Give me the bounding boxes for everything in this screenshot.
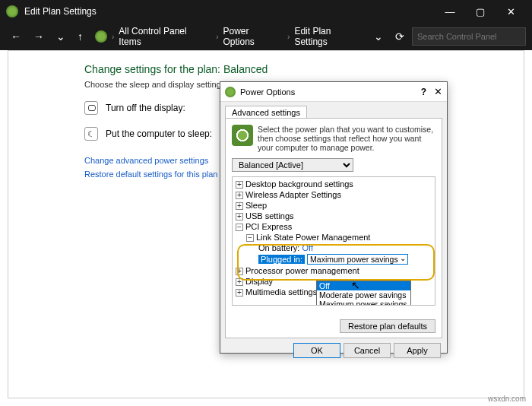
breadcrumb[interactable]: › All Control Panel Items › Power Option… — [95, 26, 366, 47]
expand-icon[interactable]: + — [236, 289, 243, 297]
crumb-all-control-panel[interactable]: All Control Panel Items — [119, 26, 211, 47]
location-icon — [95, 30, 107, 43]
expand-icon[interactable]: + — [236, 202, 243, 210]
cancel-button[interactable]: Cancel — [344, 343, 391, 358]
tab-strip: Advanced settings — [220, 102, 447, 118]
expand-icon[interactable]: + — [236, 192, 243, 199]
dialog-titlebar: Power Options ? ✕ — [220, 82, 447, 102]
sleep-icon: ☾ — [84, 127, 98, 141]
chevron-icon: › — [287, 33, 290, 41]
tab-body: Select the power plan that you want to c… — [225, 118, 442, 338]
tree-wireless[interactable]: +Wireless Adapter Settings — [234, 189, 433, 200]
source-watermark: wsxdn.com — [488, 395, 526, 403]
recent-button[interactable]: ⌄ — [52, 27, 70, 46]
plan-select[interactable]: Balanced [Active] — [232, 158, 353, 172]
plugged-in-label: Plugged in: — [258, 255, 305, 264]
chevron-icon: › — [112, 33, 114, 41]
expand-icon[interactable]: + — [236, 268, 243, 275]
tree-plugged-in[interactable]: Plugged in: Maximum power savings — [234, 253, 433, 265]
restore-defaults-button[interactable]: Restore plan defaults — [340, 319, 435, 333]
option-off[interactable]: Off — [317, 281, 410, 290]
app-icon — [6, 5, 18, 17]
crumb-edit-plan[interactable]: Edit Plan Settings — [294, 26, 366, 47]
expand-icon[interactable]: + — [236, 181, 243, 189]
battery-icon — [232, 125, 253, 146]
setting-label: Turn off the display: — [106, 103, 185, 113]
back-button[interactable]: ← — [6, 27, 26, 46]
ok-button[interactable]: OK — [293, 343, 340, 358]
maximize-button[interactable]: ▢ — [465, 0, 496, 23]
page-title: Change settings for the plan: Balanced — [84, 63, 448, 75]
close-button[interactable]: ✕ — [496, 0, 526, 23]
dialog-icon — [225, 87, 236, 97]
window-controls: — ▢ ✕ — [435, 0, 526, 23]
dialog-buttons: OK Cancel Apply — [220, 338, 447, 363]
plugged-in-dropdown[interactable]: Off Moderate power savings Maximum power… — [316, 281, 411, 306]
dialog-description: Select the power plan that you want to c… — [232, 125, 435, 152]
setting-label: Put the computer to sleep: — [106, 128, 212, 139]
dropdown-button[interactable]: ⌄ — [369, 27, 388, 46]
power-options-dialog: Power Options ? ✕ Advanced settings Sele… — [220, 81, 448, 354]
tree-desktop-bg[interactable]: +Desktop background settings — [234, 179, 433, 189]
option-maximum[interactable]: Maximum power savings — [317, 300, 410, 306]
tab-advanced[interactable]: Advanced settings — [225, 106, 307, 119]
plugged-in-combo[interactable]: Maximum power savings — [307, 254, 408, 265]
refresh-button[interactable]: ⟳ — [391, 27, 409, 46]
expand-icon[interactable]: + — [236, 213, 243, 220]
display-icon: 🖵 — [84, 101, 98, 115]
settings-tree[interactable]: +Desktop background settings +Wireless A… — [232, 176, 435, 306]
crumb-power-options[interactable]: Power Options — [223, 26, 283, 47]
option-moderate[interactable]: Moderate power savings — [317, 290, 410, 300]
help-button[interactable]: ? — [421, 87, 426, 97]
minimize-button[interactable]: — — [435, 0, 465, 23]
window-titlebar: Edit Plan Settings — ▢ ✕ — [0, 0, 532, 23]
dialog-title: Power Options — [240, 87, 421, 97]
tree-sleep[interactable]: +Sleep — [234, 200, 433, 211]
tree-link-state[interactable]: −Link State Power Management — [234, 232, 433, 243]
cursor-icon: ↖ — [351, 279, 360, 291]
forward-button[interactable]: → — [29, 27, 49, 46]
tree-pci-express[interactable]: −PCI Express — [234, 221, 433, 232]
collapse-icon[interactable]: − — [236, 224, 243, 231]
apply-button[interactable]: Apply — [394, 343, 441, 358]
tree-on-battery[interactable]: On battery: Off — [234, 243, 433, 253]
on-battery-value[interactable]: Off — [302, 243, 312, 252]
collapse-icon[interactable]: − — [246, 234, 254, 242]
tree-usb[interactable]: +USB settings — [234, 211, 433, 221]
expand-icon[interactable]: + — [236, 278, 243, 286]
up-button[interactable]: ↑ — [73, 27, 87, 46]
window-title: Edit Plan Settings — [24, 6, 435, 17]
desc-text: Select the power plan that you want to c… — [258, 125, 435, 152]
search-input[interactable] — [412, 27, 526, 46]
chevron-icon: › — [216, 33, 218, 41]
tree-processor[interactable]: +Processor power management — [234, 265, 433, 276]
dialog-close-button[interactable]: ✕ — [434, 86, 442, 97]
nav-toolbar: ← → ⌄ ↑ › All Control Panel Items › Powe… — [0, 23, 532, 50]
